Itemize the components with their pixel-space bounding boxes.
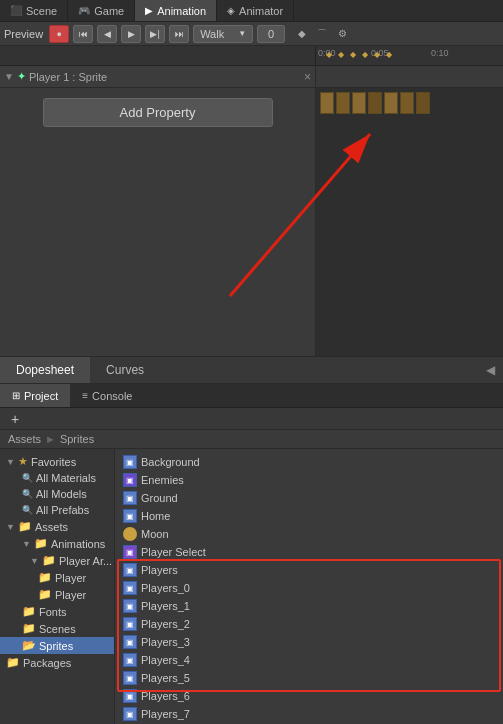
sprite-item-ground[interactable]: ▣ Ground xyxy=(115,489,503,507)
bottom-panel-wrapper: ⊞ Project ≡ Console + Assets ► Sprites ▼… xyxy=(0,384,503,724)
sprite-item-players-4[interactable]: ▣ Players_4 xyxy=(115,651,503,669)
players-6-sprite-icon: ▣ xyxy=(123,689,137,703)
tab-animation[interactable]: ▶ Animation xyxy=(135,0,217,21)
sprite-label: ▼ ✦ Player 1 : Sprite xyxy=(4,70,304,83)
animator-icon: ◈ xyxy=(227,5,235,16)
sprites-folder-icon: 📂 xyxy=(22,639,36,652)
favorites-expand: ▼ xyxy=(6,457,15,467)
player1-folder-icon: 📁 xyxy=(38,571,52,584)
sprite-item-players-folder[interactable]: ▣ Players xyxy=(115,561,503,579)
timeline-left-panel: ▼ ✦ Player 1 : Sprite × Add Property xyxy=(0,66,316,356)
players-folder-sprite-icon: ▣ xyxy=(123,563,137,577)
players-1-sprite-icon: ▣ xyxy=(123,599,137,613)
expand-icon[interactable]: ▼ xyxy=(4,71,14,82)
sprite-item-players-1[interactable]: ▣ Players_1 xyxy=(115,597,503,615)
sprite-frames-row xyxy=(316,88,503,118)
tab-game[interactable]: 🎮 Game xyxy=(68,0,135,21)
close-sprite-button[interactable]: × xyxy=(304,70,311,84)
play-button[interactable]: ▶ xyxy=(121,25,141,43)
tab-animator[interactable]: ◈ Animator xyxy=(217,0,294,21)
tree-fonts[interactable]: 📁 Fonts xyxy=(0,603,114,620)
console-icon: ≡ xyxy=(82,390,88,401)
breadcrumb: Assets ► Sprites xyxy=(0,430,503,449)
tab-console[interactable]: ≡ Console xyxy=(70,384,144,407)
tree-sprites[interactable]: 📂 Sprites xyxy=(0,637,114,654)
sprite-item-players-6[interactable]: ▣ Players_6 xyxy=(115,687,503,705)
settings-icon[interactable]: ⚙ xyxy=(333,25,351,43)
enemies-sprite-icon: ▣ xyxy=(123,473,137,487)
curve-icon[interactable]: ⌒ xyxy=(313,25,331,43)
tree-animations[interactable]: ▼ 📁 Animations xyxy=(0,535,114,552)
sprite-item-players-2[interactable]: ▣ Players_2 xyxy=(115,615,503,633)
skip-end-button[interactable]: ⏭ xyxy=(169,25,189,43)
sprite-item-player-select[interactable]: ▣ Player Select xyxy=(115,543,503,561)
dropdown-arrow: ▼ xyxy=(238,29,246,38)
tab-project[interactable]: ⊞ Project xyxy=(0,384,70,407)
frame-4 xyxy=(384,92,398,114)
add-property-area: Add Property xyxy=(0,88,315,137)
add-property-button[interactable]: Add Property xyxy=(43,98,273,127)
favorites-star-icon: ★ xyxy=(18,455,28,468)
tab-dopesheet[interactable]: Dopesheet xyxy=(0,357,90,383)
dopesheet-collapse-button[interactable]: ◀ xyxy=(478,359,503,381)
diamond-marker-4: ◆ xyxy=(362,50,368,59)
sprite-marker: ✦ xyxy=(17,70,26,83)
prev-frame-button[interactable]: ◀ xyxy=(97,25,117,43)
sprite-item-moon[interactable]: Moon xyxy=(115,525,503,543)
project-icon: ⊞ xyxy=(12,390,20,401)
animation-dropdown[interactable]: Walk ▼ xyxy=(193,25,253,43)
assets-folder-icon: 📁 xyxy=(18,520,32,533)
tree-player1[interactable]: 📁 Player xyxy=(0,569,114,586)
fonts-folder-icon: 📁 xyxy=(22,605,36,618)
toolbar-extra-icons: ◆ ⌒ ⚙ xyxy=(293,25,351,43)
search-icon-models: 🔍 xyxy=(22,489,33,499)
frame-1 xyxy=(336,92,350,114)
add-file-button[interactable]: + xyxy=(6,410,24,428)
frame-0 xyxy=(320,92,334,114)
tree-all-models[interactable]: 🔍 All Models xyxy=(0,486,114,502)
player2-folder-icon: 📁 xyxy=(38,588,52,601)
tree-scenes[interactable]: 📁 Scenes xyxy=(0,620,114,637)
skip-start-button[interactable]: ⏮ xyxy=(73,25,93,43)
timeline-right-panel xyxy=(316,66,503,356)
tab-curves[interactable]: Curves xyxy=(90,357,160,383)
players-7-sprite-icon: ▣ xyxy=(123,707,137,721)
panel-tabs: ⊞ Project ≡ Console xyxy=(0,384,503,408)
player-select-sprite-icon: ▣ xyxy=(123,545,137,559)
tab-scene[interactable]: ⬛ Scene xyxy=(0,0,68,21)
next-frame-button[interactable]: ▶| xyxy=(145,25,165,43)
dopesheet-tabs: Dopesheet Curves ◀ xyxy=(0,356,503,384)
tree-player2[interactable]: 📁 Player xyxy=(0,586,114,603)
key-icon[interactable]: ◆ xyxy=(293,25,311,43)
record-button[interactable]: ● xyxy=(49,25,69,43)
sprite-item-players-7[interactable]: ▣ Players_7 xyxy=(115,705,503,723)
sprite-item-background[interactable]: ▣ Background xyxy=(115,453,503,471)
tree-packages[interactable]: 📁 Packages xyxy=(0,654,114,671)
diamond-marker-1: ◆ xyxy=(326,50,332,59)
tree-all-prefabs[interactable]: 🔍 All Prefabs xyxy=(0,502,114,518)
tree-all-materials[interactable]: 🔍 All Materials xyxy=(0,470,114,486)
tree-panel: ▼ ★ Favorites 🔍 All Materials 🔍 All Mode… xyxy=(0,449,115,724)
ruler-left xyxy=(0,46,316,65)
frame-5 xyxy=(400,92,414,114)
file-browser: ▼ ★ Favorites 🔍 All Materials 🔍 All Mode… xyxy=(0,449,503,724)
sprite-item-home[interactable]: ▣ Home xyxy=(115,507,503,525)
sprite-item-players-3[interactable]: ▣ Players_3 xyxy=(115,633,503,651)
timeline-area: ▼ ✦ Player 1 : Sprite × Add Property xyxy=(0,66,503,356)
sprites-panel: ▣ Background ▣ Enemies ▣ Ground ▣ Home M… xyxy=(115,449,503,724)
sprite-item-players-5[interactable]: ▣ Players_5 xyxy=(115,669,503,687)
frame-2 xyxy=(352,92,366,114)
tree-favorites[interactable]: ▼ ★ Favorites xyxy=(0,453,114,470)
background-sprite-icon: ▣ xyxy=(123,455,137,469)
tree-player-anim[interactable]: ▼ 📁 Player Ar... xyxy=(0,552,114,569)
packages-folder-icon: 📁 xyxy=(6,656,20,669)
home-sprite-icon: ▣ xyxy=(123,509,137,523)
search-icon-materials: 🔍 xyxy=(22,473,33,483)
diamond-marker-2: ◆ xyxy=(338,50,344,59)
preview-label: Preview xyxy=(4,28,43,40)
players-0-sprite-icon: ▣ xyxy=(123,581,137,595)
file-panel-toolbar: + xyxy=(0,408,503,430)
sprite-item-enemies[interactable]: ▣ Enemies xyxy=(115,471,503,489)
tree-assets[interactable]: ▼ 📁 Assets xyxy=(0,518,114,535)
sprite-item-players-0[interactable]: ▣ Players_0 xyxy=(115,579,503,597)
